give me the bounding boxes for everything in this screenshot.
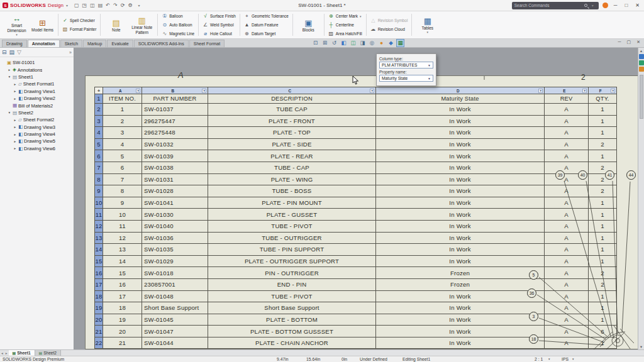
ribbon-button-smart-dimension[interactable]: ↔Smart Dimension▾	[4, 13, 30, 36]
bom-table[interactable]: +A▾B▾C▾D▾E▾F▾ 1ITEM NO.PART NUMBERDESCRI…	[94, 87, 617, 349]
row-number[interactable]: 18	[95, 291, 103, 303]
qty-cell[interactable]: 1	[589, 314, 617, 326]
expand-arrow-icon[interactable]: ▸	[13, 118, 17, 122]
options-icon[interactable]: ⚙	[128, 3, 132, 8]
maturity-state-cell[interactable]: In Work	[376, 104, 545, 116]
part-number-cell[interactable]: Short Base Support	[142, 302, 208, 314]
balloon-5[interactable]: 5	[529, 270, 538, 280]
description-cell[interactable]: PLATE - SIDE	[208, 139, 376, 151]
item-no-cell[interactable]: 20	[103, 326, 142, 337]
item-no-cell[interactable]: 6	[103, 162, 142, 174]
rebuild-icon[interactable]: ⟳	[121, 3, 125, 8]
column-header-b[interactable]: B▾	[142, 87, 208, 94]
expand-arrow-icon[interactable]: ▸	[13, 140, 17, 143]
task-pane-explorer-icon[interactable]	[639, 67, 644, 72]
column-dropdown-icon[interactable]: ▾	[611, 89, 615, 93]
maturity-state-cell[interactable]: Frozen	[376, 279, 545, 291]
expand-arrow-icon[interactable]: ▸	[13, 133, 17, 136]
ribbon-button-note[interactable]: ▤Note	[103, 18, 129, 32]
item-no-cell[interactable]: 8	[103, 185, 142, 197]
ribbon-button-datum-feature[interactable]: ▲Datum Feature	[243, 21, 280, 29]
scale-caret-icon[interactable]: ▾	[548, 357, 550, 361]
sheet-scale[interactable]: 2 : 1	[535, 357, 543, 361]
qty-cell[interactable]: 1	[589, 291, 617, 303]
feature-tree-tab-icon[interactable]: ⊟	[2, 50, 7, 55]
tree-item-drawing-view2[interactable]: ▸◧Drawing View2	[0, 95, 74, 102]
qty-cell[interactable]: 2	[589, 139, 617, 151]
ribbon-button-balloon[interactable]: ①Balloon	[160, 12, 184, 20]
description-cell[interactable]: PLATE - PIN MOUNT	[208, 197, 376, 209]
rev-cell[interactable]: A	[545, 256, 589, 268]
rev-cell[interactable]: A	[545, 221, 589, 233]
description-cell[interactable]: PIN - OUTRIGGER	[208, 267, 376, 279]
expand-arrow-icon[interactable]: ▸	[8, 68, 11, 72]
tab-sheet-format[interactable]: Sheet Format	[189, 40, 225, 47]
item-no-cell[interactable]: 10	[103, 209, 142, 221]
rev-cell[interactable]: A	[545, 185, 589, 197]
balloon-36[interactable]: 36	[527, 288, 536, 298]
column-header-f[interactable]: F▾	[589, 87, 617, 94]
description-cell[interactable]: END - PIN	[208, 279, 376, 291]
part-number-cell[interactable]: SW-01040	[142, 221, 208, 233]
units-caret-icon[interactable]: ▾	[572, 357, 574, 361]
maturity-state-cell[interactable]: In Work	[376, 116, 545, 128]
expand-arrow-icon[interactable]: ▸	[13, 97, 17, 101]
qty-cell[interactable]: 2	[589, 267, 617, 279]
expand-arrow-icon[interactable]: ▾	[8, 111, 11, 114]
search-icon[interactable]	[584, 4, 587, 7]
item-no-cell[interactable]: 13	[103, 244, 142, 256]
column-dropdown-icon[interactable]: ▾	[202, 89, 206, 93]
part-number-cell[interactable]: SW-01038	[142, 162, 208, 174]
description-cell[interactable]: PLATE - BOTTOM	[208, 314, 376, 326]
part-number-cell[interactable]: SW-01037	[142, 104, 208, 116]
table-move-handle[interactable]: +	[95, 87, 103, 94]
balloon-3[interactable]: 3	[529, 312, 538, 321]
maturity-state-cell[interactable]: In Work	[376, 185, 545, 197]
maturity-state-cell[interactable]: In Work	[376, 209, 545, 221]
item-no-cell[interactable]: 4	[103, 139, 142, 151]
tree-item-sheet2[interactable]: ▾▤Sheet2	[0, 109, 74, 116]
vertical-scrollbar[interactable]: ▲ ▼	[638, 48, 644, 349]
sheet-nav-right-icon[interactable]: ▸	[4, 351, 9, 355]
rev-cell[interactable]: A	[545, 326, 589, 337]
expand-arrow-icon[interactable]: ▸	[13, 89, 17, 93]
item-no-cell[interactable]: 3	[103, 127, 142, 139]
row-number[interactable]: 19	[95, 302, 103, 314]
column-header-e[interactable]: E▾	[545, 87, 589, 94]
row-number[interactable]: 11	[95, 209, 103, 221]
panel-collapse-icon[interactable]: »	[69, 50, 72, 55]
item-no-cell[interactable]: 15	[103, 267, 142, 279]
maturity-state-cell[interactable]: In Work	[376, 150, 545, 162]
part-number-cell[interactable]: SW-01041	[142, 197, 208, 209]
part-number-cell[interactable]: SW-01039	[142, 150, 208, 162]
rev-cell[interactable]: A	[545, 116, 589, 128]
description-cell[interactable]: TUBE CAP	[208, 104, 376, 116]
ribbon-button-revision-cloud[interactable]: ☁Revision Cloud	[369, 25, 406, 33]
save-icon[interactable]: ◫	[90, 3, 95, 8]
qty-cell[interactable]: 1	[589, 150, 617, 162]
balloon-40[interactable]: 40	[578, 170, 587, 180]
scroll-down-icon[interactable]: ▼	[640, 344, 643, 349]
balloon-18[interactable]: 18	[529, 334, 538, 344]
part-number-cell[interactable]: SW-01045	[142, 314, 208, 326]
ribbon-button-linear-note-pattern[interactable]: ▥Linear Note Pattern	[129, 15, 155, 34]
sheet-tab-sheet2[interactable]: ▤Sheet2	[35, 350, 61, 356]
rev-header[interactable]: REV	[545, 94, 589, 104]
item-no-cell[interactable]: 21	[103, 337, 142, 349]
part-number-cell[interactable]: 230857001	[142, 279, 208, 291]
qty-cell[interactable]: 1	[589, 209, 617, 221]
column-type-select[interactable]: PLM ATTRIBUTES ▼	[379, 62, 433, 69]
search-input[interactable]: Search Commands ▾	[512, 2, 599, 9]
display-manager-tab-icon[interactable]: ▤	[9, 50, 15, 55]
row-number[interactable]: 8	[95, 174, 103, 186]
description-cell[interactable]: TUBE - BOSS	[208, 185, 376, 197]
qty-cell[interactable]: 2	[589, 279, 617, 291]
part-number-cell[interactable]: SW-01028	[142, 185, 208, 197]
logo-menu-caret-icon[interactable]: ▾	[66, 3, 68, 8]
row-number[interactable]: 9	[95, 185, 103, 197]
qty-cell[interactable]: 1	[589, 244, 617, 256]
ribbon-button-center-mark[interactable]: ⊕Center Mark▾	[327, 12, 363, 20]
expand-arrow-icon[interactable]: ▸	[13, 125, 17, 129]
search-caret-icon[interactable]: ▾	[592, 3, 594, 8]
row-number[interactable]: 13	[95, 233, 103, 244]
